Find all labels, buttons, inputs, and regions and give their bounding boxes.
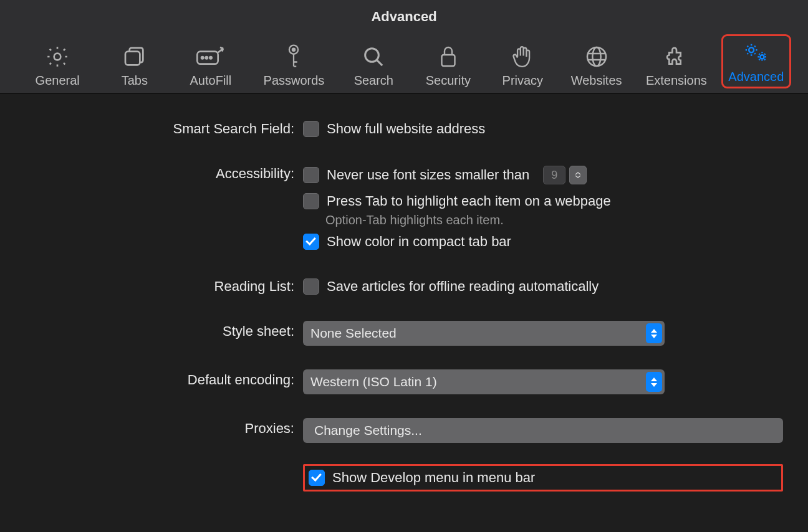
svg-point-3 xyxy=(201,57,203,59)
svg-point-12 xyxy=(749,47,754,52)
svg-rect-9 xyxy=(441,55,454,66)
proxies-label: Proxies: xyxy=(25,418,303,437)
style-sheet-label: Style sheet: xyxy=(25,321,303,340)
tab-tabs[interactable]: Tabs xyxy=(111,42,158,88)
show-develop-label: Show Develop menu in menu bar xyxy=(332,470,535,486)
tab-search[interactable]: Search xyxy=(347,42,400,88)
smart-search-label: Smart Search Field: xyxy=(25,118,303,137)
press-tab-checkbox[interactable] xyxy=(303,193,319,209)
tab-advanced[interactable]: Advanced xyxy=(722,35,791,88)
popup-arrows-icon xyxy=(646,323,662,343)
default-encoding-label: Default encoding: xyxy=(25,369,303,388)
tab-passwords[interactable]: Passwords xyxy=(257,42,331,88)
save-offline-checkbox[interactable] xyxy=(303,278,319,295)
show-color-tab-checkbox[interactable] xyxy=(303,234,319,250)
default-encoding-value: Western (ISO Latin 1) xyxy=(310,374,437,389)
popup-arrows-icon xyxy=(646,372,662,392)
change-settings-button[interactable]: Change Settings... xyxy=(303,418,783,443)
svg-point-4 xyxy=(206,57,208,59)
develop-menu-highlight: Show Develop menu in menu bar xyxy=(303,464,783,492)
puzzle-icon xyxy=(664,42,689,71)
tab-autofill[interactable]: AutoFill xyxy=(181,42,239,88)
style-sheet-popup[interactable]: None Selected xyxy=(303,321,665,346)
lock-icon xyxy=(437,42,459,71)
tab-general[interactable]: General xyxy=(24,42,91,88)
min-font-size-stepper[interactable] xyxy=(569,166,587,184)
autofill-icon xyxy=(195,42,226,71)
show-full-address-checkbox[interactable] xyxy=(303,121,319,137)
min-font-size-label: Never use font sizes smaller than xyxy=(327,167,529,183)
accessibility-label: Accessibility: xyxy=(25,163,303,182)
show-color-tab-label: Show color in compact tab bar xyxy=(327,234,511,250)
hand-icon xyxy=(511,42,534,71)
svg-point-0 xyxy=(54,54,61,60)
reading-list-label: Reading List: xyxy=(25,276,303,295)
svg-point-11 xyxy=(592,47,600,66)
key-icon xyxy=(283,42,304,71)
show-full-address-label: Show full website address xyxy=(327,121,485,137)
window-title: Advanced xyxy=(0,0,808,30)
tabs-icon xyxy=(122,42,148,71)
svg-point-13 xyxy=(760,55,764,59)
show-develop-checkbox[interactable] xyxy=(309,470,325,486)
option-tab-hint: Option-Tab highlights each item. xyxy=(325,213,783,227)
min-font-size-checkbox[interactable] xyxy=(303,167,319,183)
gears-icon xyxy=(743,39,770,67)
min-font-size-value[interactable]: 9 xyxy=(543,166,565,184)
style-sheet-value: None Selected xyxy=(310,326,397,341)
preferences-toolbar: General Tabs AutoFill Passwords xyxy=(0,30,808,93)
save-offline-label: Save articles for offline reading automa… xyxy=(327,278,599,295)
tab-extensions[interactable]: Extensions xyxy=(640,42,713,88)
search-icon xyxy=(361,42,386,71)
press-tab-label: Press Tab to highlight each item on a we… xyxy=(327,193,611,209)
svg-point-10 xyxy=(587,47,606,66)
svg-point-8 xyxy=(365,49,379,62)
svg-point-7 xyxy=(292,49,295,51)
default-encoding-popup[interactable]: Western (ISO Latin 1) xyxy=(303,369,665,394)
gear-icon xyxy=(45,42,70,71)
tab-privacy[interactable]: Privacy xyxy=(494,42,551,88)
svg-point-5 xyxy=(209,57,211,59)
preferences-content: Smart Search Field: Show full website ad… xyxy=(0,93,808,492)
svg-rect-1 xyxy=(125,52,140,65)
globe-icon xyxy=(584,42,609,71)
tab-security[interactable]: Security xyxy=(418,42,478,88)
tab-websites[interactable]: Websites xyxy=(564,42,628,88)
